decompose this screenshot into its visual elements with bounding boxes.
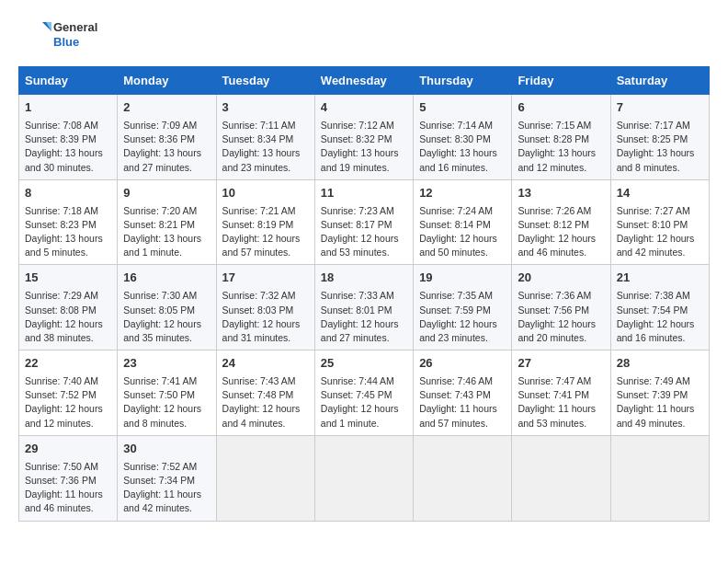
day-info: Sunrise: 7:32 AM Sunset: 8:03 PM Dayligh… <box>222 289 309 345</box>
day-number: 14 <box>617 185 703 202</box>
day-cell: 11Sunrise: 7:23 AM Sunset: 8:17 PM Dayli… <box>314 179 413 265</box>
day-cell: 15Sunrise: 7:29 AM Sunset: 8:08 PM Dayli… <box>19 265 118 350</box>
column-headers: SundayMondayTuesdayWednesdayThursdayFrid… <box>19 67 710 95</box>
day-info: Sunrise: 7:14 AM Sunset: 8:30 PM Dayligh… <box>419 119 506 175</box>
day-cell: 3Sunrise: 7:11 AM Sunset: 8:34 PM Daylig… <box>216 95 314 180</box>
day-number: 27 <box>518 355 604 373</box>
logo-general: General <box>53 20 97 35</box>
day-cell: 24Sunrise: 7:43 AM Sunset: 7:48 PM Dayli… <box>216 350 314 436</box>
column-header-saturday: Saturday <box>610 67 709 95</box>
day-number: 9 <box>123 185 210 202</box>
day-info: Sunrise: 7:18 AM Sunset: 8:23 PM Dayligh… <box>25 204 111 260</box>
day-cell: 4Sunrise: 7:12 AM Sunset: 8:32 PM Daylig… <box>314 95 413 180</box>
day-number: 8 <box>25 185 111 202</box>
day-info: Sunrise: 7:43 AM Sunset: 7:48 PM Dayligh… <box>222 374 309 431</box>
day-cell: 25Sunrise: 7:44 AM Sunset: 7:45 PM Dayli… <box>314 350 413 436</box>
calendar-table: SundayMondayTuesdayWednesdayThursdayFrid… <box>18 66 710 522</box>
day-number: 16 <box>123 270 210 287</box>
day-info: Sunrise: 7:38 AM Sunset: 7:54 PM Dayligh… <box>617 289 703 345</box>
day-cell <box>512 435 610 521</box>
day-info: Sunrise: 7:52 AM Sunset: 7:34 PM Dayligh… <box>123 460 210 516</box>
day-info: Sunrise: 7:47 AM Sunset: 7:41 PM Dayligh… <box>518 374 604 431</box>
day-info: Sunrise: 7:27 AM Sunset: 8:10 PM Dayligh… <box>617 204 703 260</box>
day-cell: 30Sunrise: 7:52 AM Sunset: 7:34 PM Dayli… <box>118 435 216 521</box>
day-number: 21 <box>617 270 703 287</box>
day-cell: 23Sunrise: 7:41 AM Sunset: 7:50 PM Dayli… <box>118 350 216 436</box>
day-number: 30 <box>123 441 210 458</box>
week-row-2: 8Sunrise: 7:18 AM Sunset: 8:23 PM Daylig… <box>19 179 710 265</box>
page-header: General Blue <box>18 18 710 52</box>
day-number: 3 <box>222 99 309 117</box>
day-number: 7 <box>617 99 703 117</box>
day-number: 13 <box>518 185 604 202</box>
logo-blue: Blue <box>53 35 97 50</box>
day-cell: 1Sunrise: 7:08 AM Sunset: 8:39 PM Daylig… <box>19 95 118 180</box>
day-cell: 27Sunrise: 7:47 AM Sunset: 7:41 PM Dayli… <box>512 350 610 436</box>
day-number: 29 <box>25 441 111 458</box>
day-cell: 21Sunrise: 7:38 AM Sunset: 7:54 PM Dayli… <box>610 265 709 350</box>
day-cell: 17Sunrise: 7:32 AM Sunset: 8:03 PM Dayli… <box>216 265 314 350</box>
column-header-thursday: Thursday <box>414 67 512 95</box>
day-cell: 26Sunrise: 7:46 AM Sunset: 7:43 PM Dayli… <box>414 350 512 436</box>
day-cell: 29Sunrise: 7:50 AM Sunset: 7:36 PM Dayli… <box>19 435 118 521</box>
day-cell: 8Sunrise: 7:18 AM Sunset: 8:23 PM Daylig… <box>19 179 118 265</box>
day-number: 15 <box>25 270 111 287</box>
day-cell: 13Sunrise: 7:26 AM Sunset: 8:12 PM Dayli… <box>512 179 610 265</box>
column-header-tuesday: Tuesday <box>216 67 314 95</box>
day-info: Sunrise: 7:46 AM Sunset: 7:43 PM Dayligh… <box>419 374 506 431</box>
day-number: 28 <box>617 355 703 373</box>
day-cell: 20Sunrise: 7:36 AM Sunset: 7:56 PM Dayli… <box>512 265 610 350</box>
day-cell: 16Sunrise: 7:30 AM Sunset: 8:05 PM Dayli… <box>118 265 216 350</box>
day-number: 11 <box>321 185 407 202</box>
day-number: 2 <box>123 99 210 117</box>
day-cell <box>314 435 413 521</box>
day-number: 12 <box>419 185 506 202</box>
logo: General Blue <box>18 18 97 52</box>
day-info: Sunrise: 7:11 AM Sunset: 8:34 PM Dayligh… <box>222 119 309 175</box>
day-info: Sunrise: 7:09 AM Sunset: 8:36 PM Dayligh… <box>123 119 210 175</box>
day-cell <box>414 435 512 521</box>
week-row-1: 1Sunrise: 7:08 AM Sunset: 8:39 PM Daylig… <box>19 95 710 180</box>
day-cell <box>216 435 314 521</box>
day-cell: 28Sunrise: 7:49 AM Sunset: 7:39 PM Dayli… <box>610 350 709 436</box>
day-number: 24 <box>222 355 309 373</box>
day-number: 20 <box>518 270 604 287</box>
week-row-4: 22Sunrise: 7:40 AM Sunset: 7:52 PM Dayli… <box>19 350 710 436</box>
column-header-wednesday: Wednesday <box>314 67 413 95</box>
day-info: Sunrise: 7:33 AM Sunset: 8:01 PM Dayligh… <box>321 289 407 345</box>
day-cell: 14Sunrise: 7:27 AM Sunset: 8:10 PM Dayli… <box>610 179 709 265</box>
column-header-sunday: Sunday <box>19 67 118 95</box>
day-info: Sunrise: 7:26 AM Sunset: 8:12 PM Dayligh… <box>518 204 604 260</box>
day-number: 23 <box>123 355 210 373</box>
day-number: 22 <box>25 355 111 373</box>
day-cell: 6Sunrise: 7:15 AM Sunset: 8:28 PM Daylig… <box>512 95 610 180</box>
day-info: Sunrise: 7:21 AM Sunset: 8:19 PM Dayligh… <box>222 204 309 260</box>
day-info: Sunrise: 7:44 AM Sunset: 7:45 PM Dayligh… <box>321 374 407 431</box>
day-number: 6 <box>518 99 604 117</box>
day-info: Sunrise: 7:49 AM Sunset: 7:39 PM Dayligh… <box>617 374 703 431</box>
day-info: Sunrise: 7:36 AM Sunset: 7:56 PM Dayligh… <box>518 289 604 345</box>
column-header-friday: Friday <box>512 67 610 95</box>
column-header-monday: Monday <box>118 67 216 95</box>
day-cell: 18Sunrise: 7:33 AM Sunset: 8:01 PM Dayli… <box>314 265 413 350</box>
day-number: 10 <box>222 185 309 202</box>
day-cell <box>610 435 709 521</box>
week-row-3: 15Sunrise: 7:29 AM Sunset: 8:08 PM Dayli… <box>19 265 710 350</box>
day-number: 18 <box>321 270 407 287</box>
day-info: Sunrise: 7:17 AM Sunset: 8:25 PM Dayligh… <box>617 119 703 175</box>
day-info: Sunrise: 7:30 AM Sunset: 8:05 PM Dayligh… <box>123 289 210 345</box>
day-cell: 12Sunrise: 7:24 AM Sunset: 8:14 PM Dayli… <box>414 179 512 265</box>
day-cell: 5Sunrise: 7:14 AM Sunset: 8:30 PM Daylig… <box>414 95 512 180</box>
day-info: Sunrise: 7:12 AM Sunset: 8:32 PM Dayligh… <box>321 119 407 175</box>
day-cell: 2Sunrise: 7:09 AM Sunset: 8:36 PM Daylig… <box>118 95 216 180</box>
day-info: Sunrise: 7:20 AM Sunset: 8:21 PM Dayligh… <box>123 204 210 260</box>
day-info: Sunrise: 7:50 AM Sunset: 7:36 PM Dayligh… <box>25 460 111 516</box>
day-number: 5 <box>419 99 506 117</box>
day-info: Sunrise: 7:23 AM Sunset: 8:17 PM Dayligh… <box>321 204 407 260</box>
day-info: Sunrise: 7:41 AM Sunset: 7:50 PM Dayligh… <box>123 374 210 431</box>
day-number: 1 <box>25 99 111 117</box>
day-number: 17 <box>222 270 309 287</box>
day-number: 19 <box>419 270 506 287</box>
day-cell: 22Sunrise: 7:40 AM Sunset: 7:52 PM Dayli… <box>19 350 118 436</box>
day-cell: 7Sunrise: 7:17 AM Sunset: 8:25 PM Daylig… <box>610 95 709 180</box>
